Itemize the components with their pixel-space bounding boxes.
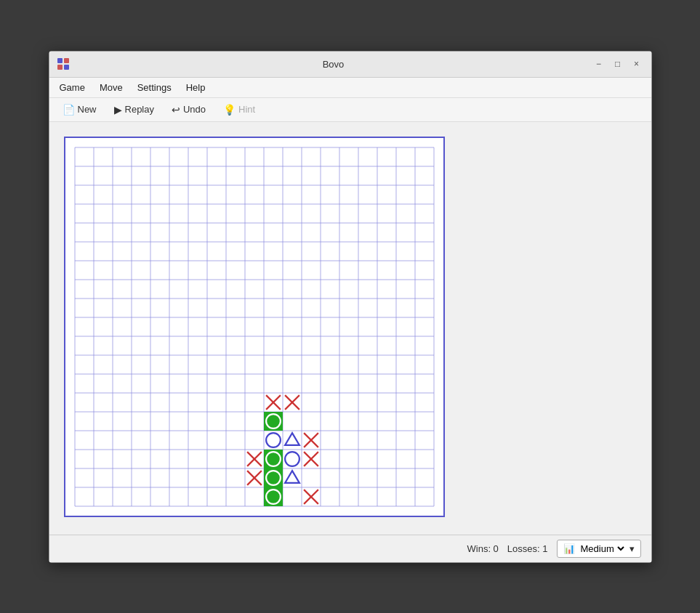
hint-label: Hint (238, 104, 255, 115)
difficulty-selector[interactable]: 📊 Easy Medium Hard ▾ (557, 540, 641, 558)
status-bar: Wins: 0 Losses: 1 📊 Easy Medium Hard ▾ (49, 535, 651, 562)
svg-rect-0 (57, 58, 63, 63)
undo-icon: ↩ (172, 104, 180, 115)
toolbar: 📄 New ▶ Replay ↩ Undo 💡 Hint (49, 98, 651, 122)
wins-display: Wins: 0 (467, 543, 499, 554)
svg-rect-1 (64, 58, 69, 63)
undo-button[interactable]: ↩ Undo (164, 101, 213, 118)
window-controls: − □ × (592, 57, 644, 71)
minimize-button[interactable]: − (592, 57, 606, 71)
replay-label: Replay (125, 104, 154, 115)
menu-game[interactable]: Game (52, 79, 92, 96)
menu-help[interactable]: Help (179, 79, 213, 96)
bar-chart-icon: 📊 (563, 543, 575, 554)
menu-bar: Game Move Settings Help (49, 78, 651, 98)
game-board-container[interactable] (64, 137, 445, 517)
maximize-button[interactable]: □ (611, 57, 625, 71)
game-board[interactable] (65, 138, 443, 516)
replay-button[interactable]: ▶ Replay (107, 101, 161, 118)
main-content (49, 122, 651, 535)
difficulty-select-input[interactable]: Easy Medium Hard (578, 543, 627, 555)
menu-settings[interactable]: Settings (130, 79, 179, 96)
new-button[interactable]: 📄 New (55, 101, 104, 118)
replay-icon: ▶ (114, 104, 122, 115)
svg-rect-3 (64, 65, 69, 70)
window-title: Bovo (76, 59, 592, 70)
losses-display: Losses: 1 (507, 543, 548, 554)
close-button[interactable]: × (629, 57, 644, 71)
menu-move[interactable]: Move (92, 79, 130, 96)
main-window: Bovo − □ × Game Move Settings Help 📄 New… (49, 51, 652, 563)
title-bar: Bovo − □ × (49, 52, 651, 78)
hint-icon: 💡 (223, 104, 236, 115)
app-icon (57, 57, 70, 70)
svg-rect-2 (57, 65, 63, 70)
new-icon: 📄 (63, 104, 75, 115)
new-label: New (78, 104, 97, 115)
undo-label: Undo (183, 104, 206, 115)
chevron-down-icon: ▾ (629, 543, 635, 554)
hint-button[interactable]: 💡 Hint (216, 101, 262, 118)
